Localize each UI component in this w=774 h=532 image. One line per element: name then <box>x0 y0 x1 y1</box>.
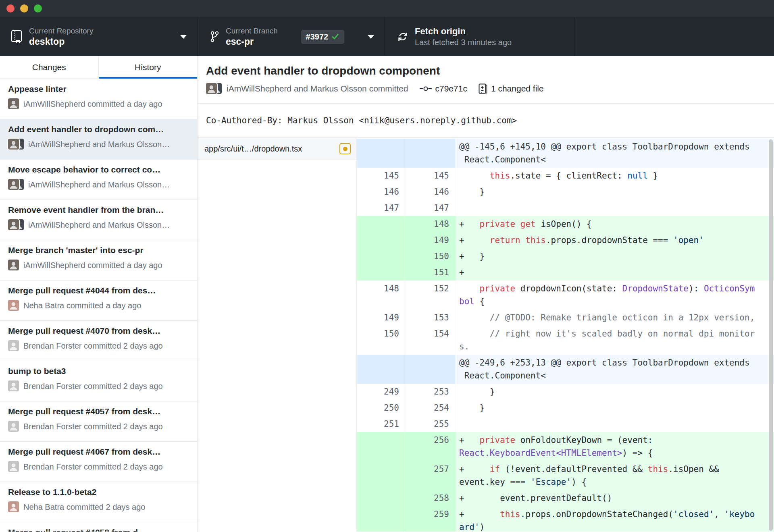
commit-summary: Add event handler to dropdown component … <box>198 56 774 103</box>
commit-avatars <box>8 300 19 311</box>
commit-list-meta: iAmWillShepherd and Markus Olsson… <box>8 219 189 231</box>
new-line-number: 150 <box>405 248 455 264</box>
new-line-number: 149 <box>405 232 455 248</box>
commit-list-item[interactable]: Merge pull request #4070 from desk…Brend… <box>0 321 197 361</box>
zoom-window-button[interactable] <box>34 4 42 12</box>
commit-list-item[interactable]: Merge pull request #4044 from des…Neha B… <box>0 281 197 321</box>
diff-row: 149153 // @TODO: Remake triangle octicon… <box>357 310 774 326</box>
current-repository-dropdown[interactable]: Current Repository desktop <box>0 17 198 56</box>
diff-code: + } <box>455 248 774 264</box>
commit-avatars <box>8 421 19 432</box>
avatar <box>8 340 19 351</box>
old-line-number: 148 <box>357 281 405 310</box>
tab-history[interactable]: History <box>99 56 198 79</box>
commit-list-meta: Brendan Forster committed 2 days ago <box>8 340 189 351</box>
commit-list-title: Appease linter <box>8 84 189 94</box>
chevron-down-icon <box>368 35 374 39</box>
commit-list-item[interactable]: Merge pull request #4058 from d… <box>0 522 197 532</box>
new-line-number: 145 <box>405 168 455 184</box>
commit-list-meta: iAmWillShepherd committed a day ago <box>8 98 189 110</box>
avatar <box>8 380 19 391</box>
commit-list-title: Merge branch 'master' into esc-pr <box>8 245 189 255</box>
diff-row: 257+ if (!event.defaultPrevented && this… <box>357 461 774 490</box>
commit-list-item[interactable]: Merge pull request #4057 from desk…Brend… <box>0 401 197 442</box>
new-line-number: 148 <box>405 216 455 232</box>
commit-list-title: bump to beta3 <box>8 366 189 376</box>
commit-list-item[interactable]: Appease linteriAmWillShepherd committed … <box>0 79 197 119</box>
avatar <box>8 461 19 472</box>
commit-meta-text: Brendan Forster committed 2 days ago <box>23 341 163 351</box>
commit-meta-text: iAmWillShepherd and Markus Olsson… <box>28 140 170 149</box>
commit-meta-text: iAmWillShepherd and Markus Olsson… <box>28 180 170 189</box>
diff-row: 258+ event.preventDefault() <box>357 490 774 506</box>
diff-row: 145145 this.state = { clientRect: null } <box>357 168 774 184</box>
commit-list-item[interactable]: Move escape behavior to correct co…iAmWi… <box>0 160 197 200</box>
commit-list-meta: Neha Batra committed a day ago <box>8 300 189 311</box>
commit-list-title: Remove event handler from the bran… <box>8 205 189 215</box>
commit-avatars <box>8 340 19 351</box>
commit-list-meta: Brendan Forster committed 2 days ago <box>8 421 189 432</box>
diff-row: 147147 <box>357 200 774 216</box>
app-window: Current Repository desktop Current Branc… <box>0 0 774 532</box>
diff-code: // right now it's scaled badly on normal… <box>455 326 774 355</box>
diff-row: 250254 } <box>357 400 774 416</box>
new-line-number <box>405 139 455 168</box>
new-line-number: 258 <box>405 490 455 506</box>
diff-code <box>455 200 774 216</box>
commit-list-item[interactable]: Merge branch 'master' into esc-priAmWill… <box>0 240 197 281</box>
old-line-number <box>357 506 405 532</box>
diff-row: 256+ private onFoldoutKeyDown = (event:R… <box>357 432 774 461</box>
commit-meta-text: iAmWillShepherd and Markus Olsson… <box>28 220 170 230</box>
diff-row: 150154 // right now it's scaled badly on… <box>357 326 774 355</box>
commit-list-item[interactable]: Add event handler to dropdown com…iAmWil… <box>0 119 197 160</box>
new-line-number: 253 <box>405 384 455 400</box>
minimize-window-button[interactable] <box>20 4 28 12</box>
committer-text: iAmWillShepherd and Markus Olsson commit… <box>227 84 408 94</box>
diff-code: private dropdownIcon(state: DropdownStat… <box>455 281 774 310</box>
commit-list-title: Merge pull request #4044 from des… <box>8 286 189 295</box>
changed-files-count: 1 changed file <box>491 84 544 94</box>
diff-code: @@ -145,6 +145,10 @@ export class Toolba… <box>455 139 774 168</box>
old-line-number: 147 <box>357 200 405 216</box>
diff-code: + private get isOpen() { <box>455 216 774 232</box>
commit-list-item[interactable]: bump to beta3Brendan Forster committed 2… <box>0 361 197 401</box>
current-branch-dropdown[interactable]: Current Branch esc-pr #3972 <box>198 17 385 56</box>
diff-scrollbar-thumb[interactable] <box>769 139 773 531</box>
commit-list-title: Merge pull request #4070 from desk… <box>8 326 189 336</box>
tab-changes[interactable]: Changes <box>0 56 99 79</box>
new-line-number: 256 <box>405 432 455 461</box>
commit-avatars <box>8 98 19 110</box>
new-line-number: 147 <box>405 200 455 216</box>
commit-meta-text: iAmWillShepherd committed a day ago <box>23 100 162 109</box>
diff-row: 148+ private get isOpen() { <box>357 216 774 232</box>
old-line-number <box>357 232 405 248</box>
diff-row: 150+ } <box>357 248 774 264</box>
pr-status-badge[interactable]: #3972 <box>301 30 345 44</box>
git-branch-icon <box>210 30 219 43</box>
commit-description: Co-Authored-By: Markus Olsson <niik@user… <box>198 103 774 138</box>
old-line-number: 251 <box>357 416 405 432</box>
diff-view: @@ -145,6 +145,10 @@ export class Toolba… <box>357 138 774 532</box>
commit-meta-text: Neha Batra committed a day ago <box>23 301 141 310</box>
modified-file-icon <box>339 143 351 154</box>
fetch-origin-button[interactable]: Fetch origin Last fetched 3 minutes ago <box>385 17 574 56</box>
git-commit-icon <box>420 86 432 91</box>
changed-file-item[interactable]: app/src/ui/t…/dropdown.tsx <box>198 138 356 160</box>
commit-list-item[interactable]: Release to 1.1.0-beta2Neha Batra committ… <box>0 482 197 522</box>
changed-file-list: app/src/ui/t…/dropdown.tsx <box>198 138 357 532</box>
commit-meta-text: Brendan Forster committed 2 days ago <box>23 422 163 431</box>
diff-code: + this.props.onDropdownStateChanged('clo… <box>455 506 774 532</box>
diff-row: 148152 private dropdownIcon(state: Dropd… <box>357 281 774 310</box>
branch-label: Current Branch <box>226 26 278 36</box>
file-diff-icon <box>479 83 487 94</box>
old-line-number: 149 <box>357 310 405 326</box>
diff-code: + event.preventDefault() <box>455 490 774 506</box>
commit-list-item[interactable]: Merge pull request #4067 from desk…Brend… <box>0 442 197 482</box>
close-window-button[interactable] <box>6 4 15 12</box>
old-line-number: 150 <box>357 326 405 355</box>
commit-list-item[interactable]: Remove event handler from the bran…iAmWi… <box>0 200 197 240</box>
commit-list-title: Merge pull request #4058 from d… <box>8 528 189 532</box>
avatar <box>8 219 19 230</box>
commit-list-meta: iAmWillShepherd committed a day ago <box>8 260 189 271</box>
avatar <box>8 179 19 190</box>
